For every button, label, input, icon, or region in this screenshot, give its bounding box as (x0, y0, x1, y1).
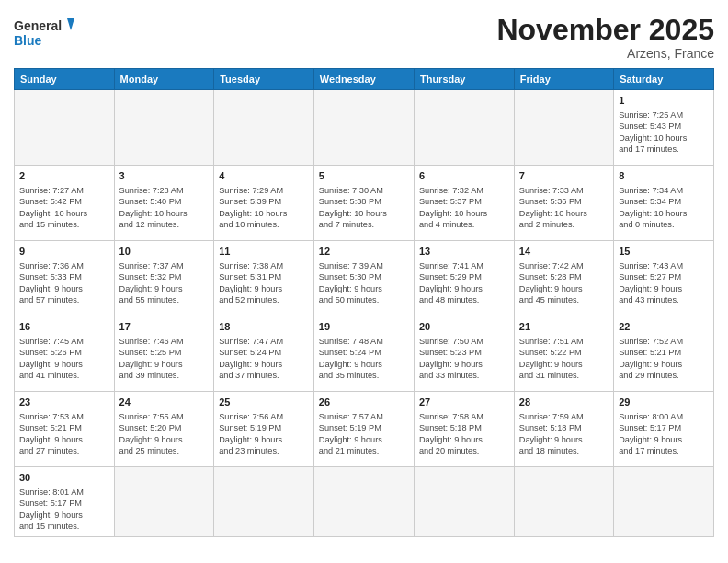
day-info: Sunrise: 7:51 AM Sunset: 5:22 PM Dayligh… (519, 336, 609, 382)
day-info: Sunrise: 7:39 AM Sunset: 5:30 PM Dayligh… (319, 260, 409, 306)
day-info: Sunrise: 7:25 AM Sunset: 5:43 PM Dayligh… (619, 109, 709, 155)
table-cell: 4Sunrise: 7:29 AM Sunset: 5:39 PM Daylig… (214, 166, 314, 241)
table-cell: 26Sunrise: 7:57 AM Sunset: 5:19 PM Dayli… (313, 392, 414, 467)
day-number: 24 (119, 396, 210, 409)
day-info: Sunrise: 7:30 AM Sunset: 5:38 PM Dayligh… (319, 185, 409, 231)
calendar-page: General Blue November 2025 Arzens, Franc… (0, 0, 728, 563)
table-cell: 20Sunrise: 7:50 AM Sunset: 5:23 PM Dayli… (414, 316, 514, 392)
logo: General Blue (14, 14, 78, 52)
day-info: Sunrise: 7:56 AM Sunset: 5:19 PM Dayligh… (219, 411, 309, 457)
table-cell: 2Sunrise: 7:27 AM Sunset: 5:42 PM Daylig… (15, 166, 115, 241)
table-cell: 28Sunrise: 7:59 AM Sunset: 5:18 PM Dayli… (514, 392, 613, 467)
day-info: Sunrise: 7:33 AM Sunset: 5:36 PM Dayligh… (519, 185, 609, 231)
day-number: 4 (219, 169, 309, 183)
day-number: 25 (219, 396, 309, 409)
day-number: 10 (119, 245, 210, 259)
day-info: Sunrise: 7:58 AM Sunset: 5:18 PM Dayligh… (419, 411, 509, 457)
table-cell: 10Sunrise: 7:37 AM Sunset: 5:32 PM Dayli… (114, 241, 214, 316)
table-cell: 5Sunrise: 7:30 AM Sunset: 5:38 PM Daylig… (313, 166, 414, 241)
table-cell: 6Sunrise: 7:32 AM Sunset: 5:37 PM Daylig… (414, 166, 514, 241)
table-cell: 30Sunrise: 8:01 AM Sunset: 5:17 PM Dayli… (15, 467, 115, 537)
table-cell: 21Sunrise: 7:51 AM Sunset: 5:22 PM Dayli… (514, 316, 613, 392)
table-cell: 15Sunrise: 7:43 AM Sunset: 5:27 PM Dayli… (614, 241, 714, 316)
table-cell: 14Sunrise: 7:42 AM Sunset: 5:28 PM Dayli… (514, 241, 613, 316)
table-cell: 17Sunrise: 7:46 AM Sunset: 5:25 PM Dayli… (114, 316, 214, 392)
day-info: Sunrise: 7:55 AM Sunset: 5:20 PM Dayligh… (119, 411, 210, 457)
day-number: 11 (219, 245, 309, 259)
table-cell: 22Sunrise: 7:52 AM Sunset: 5:21 PM Dayli… (614, 316, 714, 392)
svg-text:Blue: Blue (14, 33, 42, 48)
table-cell: 12Sunrise: 7:39 AM Sunset: 5:30 PM Dayli… (313, 241, 414, 316)
table-cell: 18Sunrise: 7:47 AM Sunset: 5:24 PM Dayli… (214, 316, 314, 392)
day-number: 9 (19, 245, 109, 259)
table-cell: 24Sunrise: 7:55 AM Sunset: 5:20 PM Dayli… (114, 392, 214, 467)
table-cell (114, 90, 214, 166)
day-number: 27 (419, 396, 509, 409)
day-info: Sunrise: 7:52 AM Sunset: 5:21 PM Dayligh… (619, 336, 709, 382)
table-cell (614, 467, 714, 537)
table-cell: 11Sunrise: 7:38 AM Sunset: 5:31 PM Dayli… (214, 241, 314, 316)
header-friday: Friday (514, 69, 613, 90)
header-tuesday: Tuesday (214, 69, 314, 90)
day-info: Sunrise: 7:27 AM Sunset: 5:42 PM Dayligh… (19, 185, 109, 231)
day-number: 14 (519, 245, 609, 259)
day-info: Sunrise: 7:32 AM Sunset: 5:37 PM Dayligh… (419, 185, 509, 231)
table-cell (15, 90, 115, 166)
day-info: Sunrise: 7:43 AM Sunset: 5:27 PM Dayligh… (619, 260, 709, 306)
table-cell: 1Sunrise: 7:25 AM Sunset: 5:43 PM Daylig… (614, 90, 714, 166)
day-number: 26 (319, 396, 409, 409)
header-saturday: Saturday (614, 69, 714, 90)
location: Arzens, France (496, 46, 714, 61)
month-title: November 2025 (496, 14, 714, 46)
day-number: 1 (619, 94, 709, 108)
day-info: Sunrise: 8:01 AM Sunset: 5:17 PM Dayligh… (19, 487, 109, 533)
table-cell: 7Sunrise: 7:33 AM Sunset: 5:36 PM Daylig… (514, 166, 613, 241)
day-info: Sunrise: 7:29 AM Sunset: 5:39 PM Dayligh… (219, 185, 309, 231)
day-info: Sunrise: 7:38 AM Sunset: 5:31 PM Dayligh… (219, 260, 309, 306)
header-wednesday: Wednesday (313, 69, 414, 90)
table-cell (114, 467, 214, 537)
day-info: Sunrise: 7:46 AM Sunset: 5:25 PM Dayligh… (119, 336, 210, 382)
day-info: Sunrise: 7:47 AM Sunset: 5:24 PM Dayligh… (219, 336, 309, 382)
header: General Blue November 2025 Arzens, Franc… (14, 14, 714, 61)
day-info: Sunrise: 7:48 AM Sunset: 5:24 PM Dayligh… (319, 336, 409, 382)
header-thursday: Thursday (414, 69, 514, 90)
svg-marker-2 (67, 18, 74, 30)
table-cell: 25Sunrise: 7:56 AM Sunset: 5:19 PM Dayli… (214, 392, 314, 467)
table-cell (514, 467, 613, 537)
table-cell: 23Sunrise: 7:53 AM Sunset: 5:21 PM Dayli… (15, 392, 115, 467)
day-number: 19 (319, 320, 409, 334)
day-info: Sunrise: 7:53 AM Sunset: 5:21 PM Dayligh… (19, 411, 109, 457)
day-number: 3 (119, 169, 210, 183)
day-number: 12 (319, 245, 409, 259)
table-cell: 9Sunrise: 7:36 AM Sunset: 5:33 PM Daylig… (15, 241, 115, 316)
table-cell (313, 467, 414, 537)
day-number: 8 (619, 169, 709, 183)
table-cell (214, 467, 314, 537)
day-number: 13 (419, 245, 509, 259)
calendar-table: Sunday Monday Tuesday Wednesday Thursday… (14, 68, 714, 537)
table-cell: 8Sunrise: 7:34 AM Sunset: 5:34 PM Daylig… (614, 166, 714, 241)
header-sunday: Sunday (15, 69, 115, 90)
day-number: 29 (619, 396, 709, 409)
table-cell (214, 90, 314, 166)
day-number: 21 (519, 320, 609, 334)
table-cell: 13Sunrise: 7:41 AM Sunset: 5:29 PM Dayli… (414, 241, 514, 316)
day-number: 23 (19, 396, 109, 409)
day-number: 20 (419, 320, 509, 334)
day-info: Sunrise: 7:36 AM Sunset: 5:33 PM Dayligh… (19, 260, 109, 306)
day-number: 5 (319, 169, 409, 183)
table-cell (414, 90, 514, 166)
day-number: 22 (619, 320, 709, 334)
day-info: Sunrise: 8:00 AM Sunset: 5:17 PM Dayligh… (619, 411, 709, 457)
table-cell: 3Sunrise: 7:28 AM Sunset: 5:40 PM Daylig… (114, 166, 214, 241)
day-number: 7 (519, 169, 609, 183)
day-number: 28 (519, 396, 609, 409)
table-cell (514, 90, 613, 166)
day-info: Sunrise: 7:57 AM Sunset: 5:19 PM Dayligh… (319, 411, 409, 457)
day-info: Sunrise: 7:50 AM Sunset: 5:23 PM Dayligh… (419, 336, 509, 382)
table-cell: 16Sunrise: 7:45 AM Sunset: 5:26 PM Dayli… (15, 316, 115, 392)
day-info: Sunrise: 7:59 AM Sunset: 5:18 PM Dayligh… (519, 411, 609, 457)
weekday-header-row: Sunday Monday Tuesday Wednesday Thursday… (15, 69, 714, 90)
day-number: 30 (19, 471, 109, 485)
